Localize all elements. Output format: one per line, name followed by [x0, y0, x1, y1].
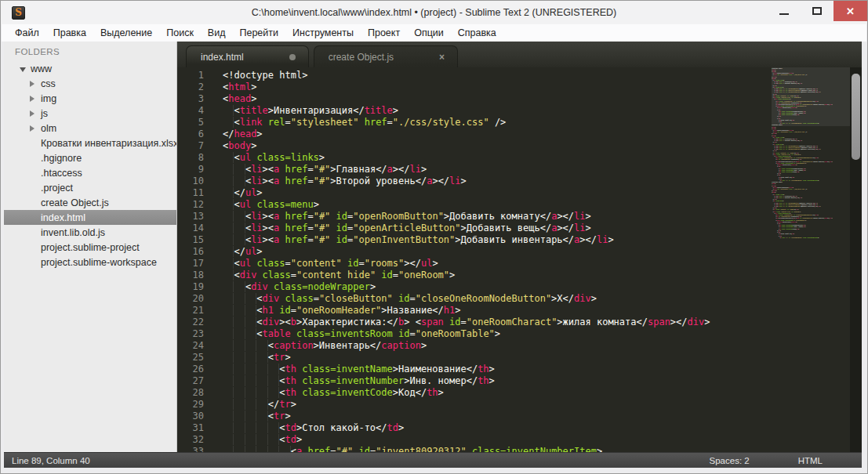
code-token: =	[307, 234, 313, 245]
indent-setting-label[interactable]: Spaces: 2	[710, 456, 750, 465]
menu-item-8[interactable]: Опции	[407, 24, 451, 42]
code-token: >	[798, 171, 799, 172]
code-token: "#"	[314, 223, 331, 233]
folder-item-css[interactable]: css	[4, 76, 176, 91]
code-token: >	[775, 133, 776, 135]
folder-item-js[interactable]: js	[4, 106, 176, 121]
minimap-viewport[interactable]	[772, 67, 850, 126]
code-text: <li><a href="#">Главная</a></li>	[223, 164, 427, 175]
code-token: "content"	[291, 258, 342, 269]
indent-guides	[223, 340, 268, 351]
title-bar[interactable]: S C:\home\invent.local\www\index.html • …	[1, 1, 867, 24]
maximize-icon	[812, 7, 822, 15]
file-item-invent.lib.old.js[interactable]: invent.lib.old.js	[4, 225, 176, 240]
code-text: <div><b>Характеристика:</b> <span id="on…	[223, 317, 710, 328]
code-token: href	[285, 223, 308, 233]
line-number: 26	[177, 364, 223, 375]
indent-guides	[223, 281, 245, 292]
code-token: >	[819, 149, 820, 150]
code-line-1: 1<!doctype html>	[177, 70, 772, 81]
menu-item-1[interactable]: Правка	[46, 24, 93, 42]
code-text: <ul class=links>	[223, 152, 325, 164]
menu-item-6[interactable]: Инструменты	[285, 24, 361, 42]
code-token: id	[347, 258, 358, 269]
menu-item-3[interactable]: Поиск	[159, 24, 201, 42]
code-token: ></	[579, 234, 597, 245]
code-token: "invent80920312"	[790, 179, 801, 181]
indent-guides	[223, 164, 245, 175]
minimize-button[interactable]	[768, 1, 801, 21]
folder-item-www[interactable]: www	[4, 61, 176, 76]
code-token	[444, 317, 449, 327]
file-item-.htaccess[interactable]: .htaccess	[4, 165, 176, 180]
code-token: "oneRoomTable"	[796, 219, 806, 221]
maximize-button[interactable]	[801, 1, 833, 21]
indent-guides	[223, 446, 291, 452]
sublime-logo-icon: S	[12, 6, 25, 20]
code-token: >	[798, 228, 799, 230]
scrollbar-thumb[interactable]	[852, 74, 860, 160]
code-token: <	[256, 328, 262, 339]
file-item-project.sublime-workspace[interactable]: project.sublime-workspace	[4, 255, 176, 270]
code-text: <link rel="stylesheet" href="./css/style…	[223, 117, 506, 128]
tree-item-label: .htaccess	[41, 168, 82, 179]
code-text: <h1 id="oneRoomHeader">Название</h1>	[223, 305, 461, 317]
file-item-.hgignore[interactable]: .hgignore	[4, 150, 176, 165]
code-token: >	[800, 211, 801, 212]
menu-item-0[interactable]: Файл	[8, 24, 46, 42]
tab-create Object.js[interactable]: create Object.js×	[314, 45, 458, 67]
code-text: <tr>	[223, 352, 291, 364]
code-token: ul	[240, 152, 251, 163]
indent-guides	[223, 434, 279, 445]
line-number: 7	[177, 140, 223, 152]
close-button[interactable]: ✕	[833, 1, 867, 21]
tab-index.html[interactable]: index.html	[186, 45, 309, 67]
menu-item-7[interactable]: Проект	[361, 24, 407, 42]
code-token: class	[263, 270, 291, 280]
code-line-15: 15 <li><a href="#" id="openInventButton"…	[177, 234, 772, 246]
code-line-4: 4 <title>Инвентаризация</title>	[177, 105, 772, 117]
menu-item-9[interactable]: Справка	[451, 24, 503, 42]
close-icon: ✕	[846, 6, 855, 16]
close-tab-icon[interactable]: ×	[439, 52, 445, 62]
code-token: caption	[381, 340, 421, 351]
indent-guides	[223, 352, 268, 363]
folder-item-olm[interactable]: olm	[4, 121, 176, 136]
syntax-label[interactable]: HTML	[798, 456, 823, 465]
code-token: =	[291, 270, 296, 280]
code-token: <	[234, 105, 239, 116]
code-text: <ul class=menu>	[223, 199, 319, 211]
code-token: class=inventNumberItem	[472, 446, 597, 452]
file-item-.project[interactable]: .project	[4, 180, 176, 195]
file-item-Кроватки инвентаризация.xlsx[interactable]: Кроватки инвентаризация.xlsx	[4, 136, 176, 150]
code-line-7: 7<body>	[177, 140, 772, 152]
line-number: 11	[177, 187, 223, 199]
vertical-scrollbar[interactable]	[850, 67, 862, 452]
code-token	[467, 446, 472, 452]
minimap[interactable]: <!doctype html><html><head> <title>Инвен…	[772, 67, 850, 452]
folder-item-img[interactable]: img	[4, 91, 176, 106]
file-item-index.html[interactable]: index.html	[4, 210, 176, 225]
code-token: >	[586, 211, 591, 222]
code-token: id	[279, 305, 290, 316]
menu-item-4[interactable]: Вид	[201, 24, 233, 42]
file-item-project.sublime-project[interactable]: project.sublime-project	[4, 240, 176, 255]
code-area[interactable]: 1<!doctype html>2<html>3<head>4 <title>И…	[177, 70, 772, 452]
code-token: >	[285, 352, 290, 363]
file-item-create Object.js[interactable]: create Object.js	[4, 195, 176, 210]
code-token: >	[461, 175, 467, 186]
code-token: <	[268, 352, 274, 363]
line-number: 10	[177, 175, 223, 187]
code-token: "stylesheet"	[780, 188, 789, 190]
code-line-33: 33 <a href="#" id="invent80920312" class…	[177, 446, 772, 452]
menu-item-2[interactable]: Выделение	[93, 24, 159, 42]
code-token: >	[805, 219, 806, 221]
menu-item-5[interactable]: Перейти	[232, 24, 285, 42]
code-token	[279, 164, 285, 175]
code-token: <	[772, 237, 781, 238]
code-token: class=inventNumberItem	[803, 237, 819, 238]
code-token: ></	[670, 317, 688, 327]
tree-item-label: Кроватки инвентаризация.xlsx	[41, 138, 177, 149]
code-token: >	[819, 179, 819, 181]
sidebar: FOLDERS wwwcssimgjsolmКроватки инвентари…	[4, 42, 177, 452]
